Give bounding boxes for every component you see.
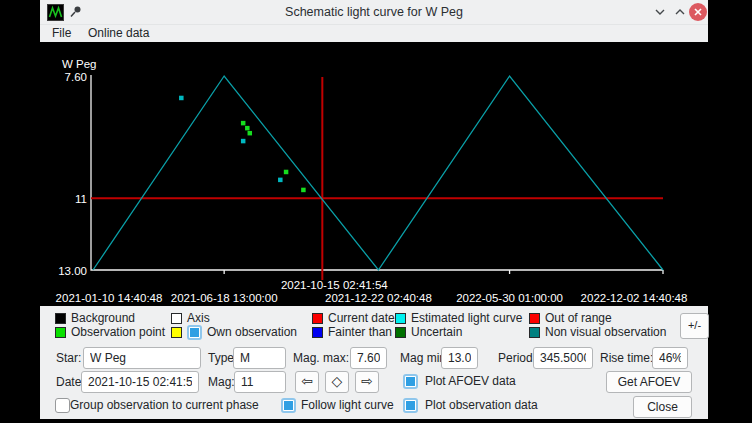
close-button[interactable]: Close xyxy=(633,396,692,418)
x-axis-tick-label: 2021-12-22 02:40:48 xyxy=(325,292,432,304)
menu-file[interactable]: File xyxy=(48,25,75,42)
y-axis-tick-label: 13.00 xyxy=(58,265,87,277)
legend-item: Fainter than xyxy=(312,325,392,339)
plot-observation-checkbox[interactable] xyxy=(403,398,418,413)
star-label: Star: xyxy=(56,347,81,369)
legend-panel: +/- BackgroundAxisCurrent dateEstimated … xyxy=(40,306,708,342)
legend-item: Estimated light curve xyxy=(395,311,522,325)
close-icon[interactable] xyxy=(689,3,707,21)
legend-swatch xyxy=(171,313,182,324)
legend-label: Non visual observation xyxy=(545,326,666,339)
type-input[interactable] xyxy=(233,347,286,369)
legend-label: Uncertain xyxy=(411,326,462,339)
observation-point-visual[interactable] xyxy=(301,188,306,193)
period-label: Period: xyxy=(498,347,536,369)
rise-time-input[interactable] xyxy=(652,347,688,369)
estimated-light-curve xyxy=(93,76,663,270)
maximize-button[interactable] xyxy=(671,3,689,21)
plot-star-name: W Peg xyxy=(62,58,97,70)
mag-input[interactable] xyxy=(234,371,286,393)
legend-swatch xyxy=(312,313,323,324)
legend-swatch xyxy=(312,327,323,338)
step-back-button[interactable]: ⇦ xyxy=(295,371,319,393)
x-axis-tick-label: 2021-01-10 14:40:48 xyxy=(56,292,163,304)
get-afoev-button[interactable]: Get AFOEV data xyxy=(606,371,692,393)
legend-swatch xyxy=(395,327,406,338)
current-date-label: 2021-10-15 02:41:54 xyxy=(281,279,388,291)
observation-point-visual[interactable] xyxy=(245,126,250,131)
legend-label: Out of range xyxy=(545,312,612,325)
observation-point-non-visual[interactable] xyxy=(241,139,246,144)
observation-point-non-visual[interactable] xyxy=(179,96,184,101)
x-axis-tick-label: 2022-12-02 14:40:48 xyxy=(581,292,688,304)
titlebar: Schematic light curve for W Peg xyxy=(40,0,708,25)
observation-point-visual[interactable] xyxy=(248,131,253,136)
legend-item: Observation point xyxy=(55,325,165,339)
star-input[interactable] xyxy=(83,347,201,369)
legend-item: Current date xyxy=(312,311,395,325)
menubar: File Online data xyxy=(40,25,708,42)
rise-time-label: Rise time: xyxy=(600,347,653,369)
axis-lines xyxy=(91,75,663,270)
plus-minus-button[interactable]: +/- xyxy=(680,313,709,339)
legend-swatch xyxy=(395,313,406,324)
app-window: Schematic light curve for W Peg File Onl… xyxy=(40,0,708,419)
menu-online-data[interactable]: Online data xyxy=(84,25,153,42)
legend-label: Observation point xyxy=(71,326,165,339)
observation-point-visual[interactable] xyxy=(241,121,246,126)
plot-afoev-label: Plot AFOEV data xyxy=(425,374,516,389)
x-axis-tick-label: 2021-06-18 13:00:00 xyxy=(171,292,278,304)
plot-afoev-checkbox[interactable] xyxy=(403,374,418,389)
legend-label: Axis xyxy=(187,312,210,325)
legend-swatch xyxy=(171,327,182,338)
legend-label: Estimated light curve xyxy=(411,312,522,325)
legend-item: Background xyxy=(55,311,135,325)
group-observation-label: Group observation to current phase xyxy=(70,398,259,413)
light-curve-canvas: W Peg7.601113.002021-01-10 14:40:482021-… xyxy=(40,42,708,306)
legend-label: Current date xyxy=(328,312,395,325)
group-observation-checkbox[interactable] xyxy=(55,398,70,413)
window-title: Schematic light curve for W Peg xyxy=(40,0,708,24)
y-axis-tick-label: 7.60 xyxy=(65,71,87,83)
step-forward-button[interactable]: ⇨ xyxy=(355,371,379,393)
mag-label: Mag: xyxy=(208,371,235,393)
y-axis-tick-label: 11 xyxy=(75,193,87,205)
phase-button[interactable]: ◇ xyxy=(325,371,349,393)
light-curve-plot[interactable]: W Peg7.601113.002021-01-10 14:40:482021-… xyxy=(40,42,708,306)
own-observation-checkbox[interactable] xyxy=(187,325,202,340)
legend-item: Uncertain xyxy=(395,325,462,339)
legend-item: Non visual observation xyxy=(529,325,666,339)
legend-label: Background xyxy=(71,312,135,325)
legend-item: Out of range xyxy=(529,311,612,325)
period-input[interactable] xyxy=(533,347,593,369)
legend-label: Own observation xyxy=(207,326,297,339)
plot-observation-label: Plot observation data xyxy=(425,398,538,413)
legend-label: Fainter than xyxy=(328,326,392,339)
legend-swatch xyxy=(529,327,540,338)
legend-swatch xyxy=(55,327,66,338)
legend-swatch xyxy=(529,313,540,324)
date-input[interactable] xyxy=(81,371,199,393)
mag-max-label: Mag. max: xyxy=(293,347,349,369)
control-panel: Star: Type: Mag. max: Mag min: Period: R… xyxy=(40,341,708,419)
legend-swatch xyxy=(55,313,66,324)
follow-light-curve-label: Follow light curve xyxy=(301,398,394,413)
minimize-button[interactable] xyxy=(651,3,669,21)
mag-max-input[interactable] xyxy=(350,347,387,369)
x-axis-tick-label: 2022-05-30 01:00:00 xyxy=(456,292,563,304)
observation-point-visual[interactable] xyxy=(284,170,289,175)
observation-point-non-visual[interactable] xyxy=(278,178,283,183)
mag-min-input[interactable] xyxy=(441,347,478,369)
legend-item: Own observation xyxy=(171,325,297,339)
follow-light-curve-checkbox[interactable] xyxy=(281,398,296,413)
legend-item: Axis xyxy=(171,311,210,325)
